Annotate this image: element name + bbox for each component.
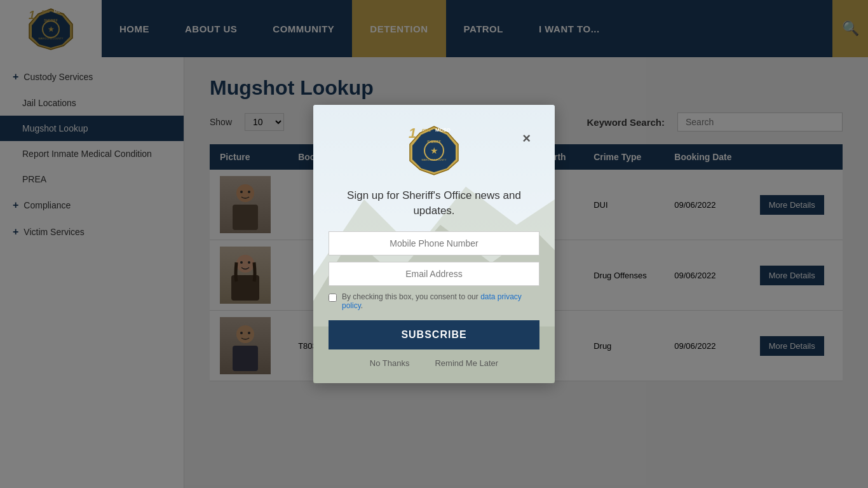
svg-text:SHERIFF: SHERIFF: [427, 140, 440, 144]
subscribe-button[interactable]: SUBSCRIBE: [329, 320, 539, 349]
modal-footer: No Thanks Remind Me Later: [329, 358, 539, 368]
signup-modal: × SHERIFF MARICOPA COUNTY ★ 1 one MCSO S…: [313, 105, 555, 383]
remind-later-link[interactable]: Remind Me Later: [435, 358, 498, 368]
svg-text:★: ★: [430, 146, 438, 156]
phone-input[interactable]: [329, 231, 539, 255]
svg-text:1: 1: [409, 125, 416, 141]
svg-text:one: one: [422, 127, 431, 133]
email-input[interactable]: [329, 262, 539, 286]
modal-overlay: × SHERIFF MARICOPA COUNTY ★ 1 one MCSO S…: [0, 0, 868, 488]
consent-checkbox[interactable]: [329, 294, 337, 302]
modal-close-button[interactable]: ×: [522, 130, 531, 147]
consent-text: By checking this box, you consent to our…: [342, 292, 539, 310]
consent-row: By checking this box, you consent to our…: [329, 292, 539, 310]
svg-text:MARICOPA COUNTY: MARICOPA COUNTY: [422, 158, 447, 161]
svg-text:MCSO: MCSO: [435, 127, 451, 133]
modal-logo: SHERIFF MARICOPA COUNTY ★ 1 one MCSO: [390, 124, 478, 178]
no-thanks-link[interactable]: No Thanks: [370, 358, 410, 368]
modal-title: Sign up for Sheriff's Office news and up…: [329, 188, 539, 219]
